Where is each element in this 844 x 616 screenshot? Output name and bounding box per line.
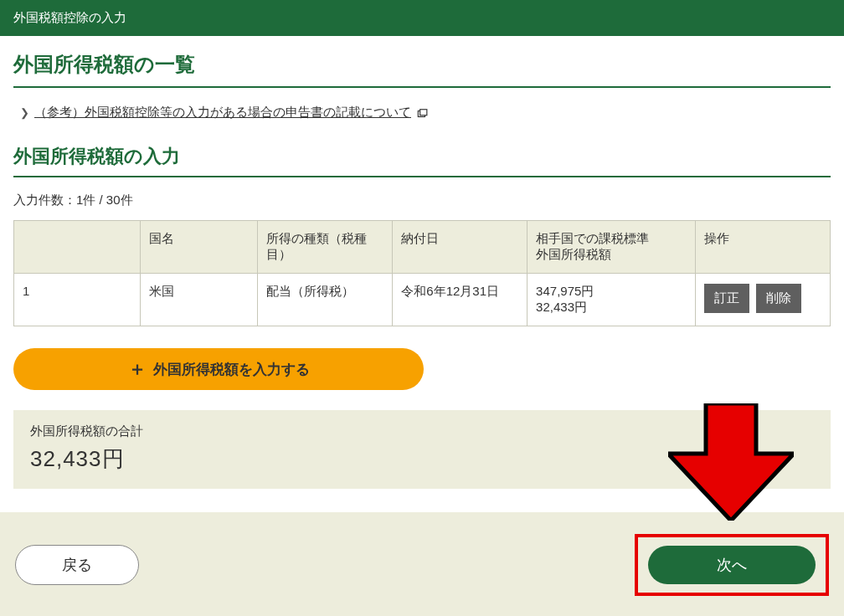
footer-bar: 戻る 次へ [0,512,844,616]
chevron-right-icon: ❯ [20,106,29,119]
edit-button[interactable]: 訂正 [704,284,749,313]
col-header-date: 納付日 [393,221,528,274]
cell-country: 米国 [140,274,258,326]
summary-value: 32,433円 [30,444,814,474]
count-label: 入力件数：1件 / 30件 [13,192,831,208]
summary-panel: 外国所得税額の合計 32,433円 [13,410,831,489]
next-button[interactable]: 次へ [648,546,816,584]
col-header-amount-l1: 相手国での課税標準 [536,231,687,247]
col-header-ops: 操作 [696,221,831,274]
cell-amount-taxbase: 347,975円 [536,284,687,300]
add-button-label: 外国所得税額を入力する [153,360,310,379]
cell-date: 令和6年12月31日 [393,274,528,326]
cell-num: 1 [14,274,141,326]
page-title: 外国所得税額の一覧 [13,51,831,88]
header-title: 外国税額控除の入力 [13,10,126,24]
input-section-title: 外国所得税額の入力 [13,144,831,177]
external-window-icon [416,105,428,120]
cell-amount: 347,975円 32,433円 [528,274,696,326]
reference-link[interactable]: （参考）外国税額控除等の入力がある場合の申告書の記載について [34,105,411,121]
col-header-country: 国名 [140,221,258,274]
col-header-amount: 相手国での課税標準 外国所得税額 [528,221,696,274]
cell-ops: 訂正 削除 [696,274,831,326]
plus-icon: ＋ [128,357,147,382]
delete-button[interactable]: 削除 [756,284,801,313]
svg-rect-1 [420,110,427,116]
cell-amount-foreigntax: 32,433円 [536,300,687,316]
table-row: 1 米国 配当（所得税） 令和6年12月31日 347,975円 32,433円… [14,274,831,326]
add-foreign-tax-button[interactable]: ＋ 外国所得税額を入力する [13,348,424,390]
col-header-num [14,221,141,274]
back-button[interactable]: 戻る [15,545,139,585]
next-button-highlight: 次へ [635,534,829,596]
cell-type: 配当（所得税） [258,274,393,326]
foreign-tax-table: 国名 所得の種類（税種目） 納付日 相手国での課税標準 外国所得税額 操作 1 … [13,220,831,326]
header-bar: 外国税額控除の入力 [0,0,844,36]
col-header-type: 所得の種類（税種目） [258,221,393,274]
reference-link-row: ❯ （参考）外国税額控除等の入力がある場合の申告書の記載について [13,105,831,121]
summary-label: 外国所得税額の合計 [30,424,814,439]
col-header-amount-l2: 外国所得税額 [536,247,687,263]
